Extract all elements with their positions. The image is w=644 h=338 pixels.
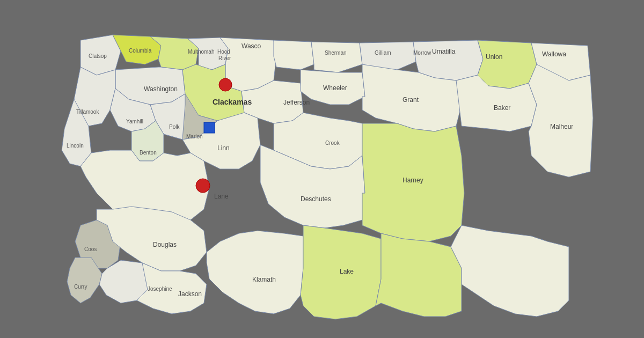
county-malheur [529, 64, 593, 177]
county-clatsop [80, 35, 121, 75]
county-union [478, 40, 537, 89]
map-container: Clatsop Columbia Hood River Sherman Gill… [27, 11, 617, 327]
marker-blue-1[interactable] [204, 122, 215, 133]
county-sherman [274, 40, 314, 70]
marker-red-1[interactable] [219, 78, 232, 91]
oregon-map: Clatsop Columbia Hood River Sherman Gill… [27, 11, 617, 327]
marker-red-2[interactable] [196, 179, 210, 193]
county-lake [301, 225, 381, 319]
county-harney [362, 123, 464, 241]
